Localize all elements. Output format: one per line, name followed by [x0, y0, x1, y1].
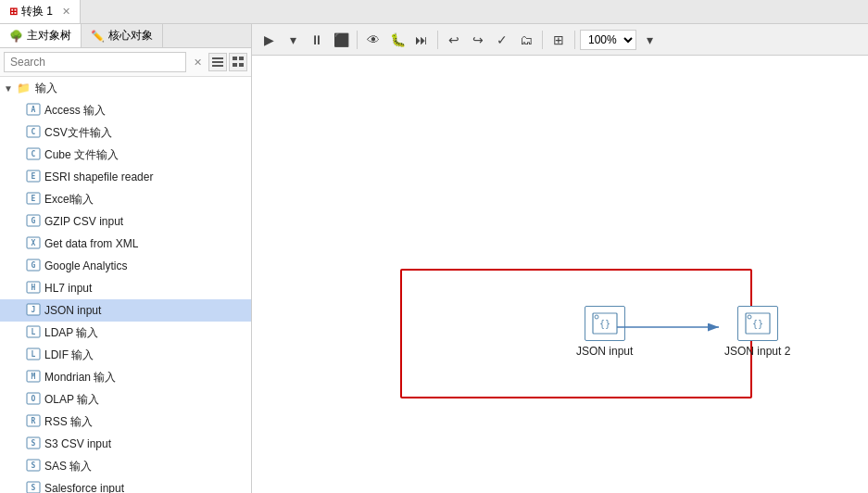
svg-text:C: C	[31, 128, 36, 136]
preview-button[interactable]: 👁	[362, 29, 384, 51]
search-clear-icon[interactable]: ✕	[190, 55, 205, 70]
zoom-select[interactable]: 50% 75% 100% 125% 150% 200%	[580, 30, 636, 50]
panel-tab-main-objects[interactable]: 🌳 主对象树	[0, 24, 82, 47]
main-layout: 🌳 主对象树 ✏️ 核心对象 ✕	[0, 24, 868, 493]
search-input[interactable]	[4, 52, 186, 72]
svg-text:H: H	[31, 284, 36, 292]
list-view-button[interactable]	[208, 53, 227, 71]
run-dropdown-button[interactable]: ▾	[282, 29, 304, 51]
svg-text:E: E	[31, 172, 36, 181]
item-icon: S	[26, 459, 41, 474]
tree-item-label: RSS 输入	[44, 414, 93, 430]
svg-text:{}: {}	[752, 319, 763, 329]
tree-item-s3csv[interactable]: S S3 CSV input	[0, 433, 251, 455]
tree-item-label: ESRI shapefile reader	[44, 171, 153, 183]
svg-text:R: R	[31, 417, 36, 425]
item-icon: S	[26, 481, 41, 493]
transform-icon: ⊞	[9, 6, 18, 18]
tab-close-icon[interactable]: ✕	[62, 6, 70, 18]
svg-rect-5	[233, 63, 237, 67]
check-button[interactable]: ✓	[491, 29, 513, 51]
item-icon: H	[26, 281, 41, 296]
main-objects-icon: 🌳	[9, 30, 23, 43]
expand-arrow-icon: ▼	[4, 83, 13, 94]
svg-text:{}: {}	[599, 319, 610, 329]
tree-list[interactable]: ▼ 📁 输入 A Access 输入 C CSV文件输入 C	[0, 77, 251, 493]
tree-item-sas[interactable]: S SAS 输入	[0, 455, 251, 477]
svg-text:X: X	[31, 239, 36, 247]
node-json-input-2[interactable]: {} JSON input 2	[724, 306, 790, 358]
svg-text:S: S	[31, 461, 36, 470]
tree-item-gzip[interactable]: G GZIP CSV input	[0, 210, 251, 233]
tree-item-jsoninput[interactable]: J JSON input	[0, 299, 251, 322]
svg-text:A: A	[31, 106, 36, 114]
connection-arrow	[617, 318, 728, 336]
item-icon: C	[26, 125, 41, 140]
grid-button[interactable]: ⊞	[547, 29, 570, 51]
item-icon: A	[26, 103, 41, 118]
svg-text:L: L	[31, 328, 36, 336]
svg-rect-0	[212, 57, 223, 59]
debug-button[interactable]: 🐛	[386, 29, 409, 51]
tree-item-cube[interactable]: C Cube 文件输入	[0, 144, 251, 166]
svg-text:S: S	[31, 439, 36, 448]
tree-item-olap[interactable]: O OLAP 输入	[0, 388, 251, 411]
replay-button[interactable]: ↩	[443, 29, 465, 51]
run-button[interactable]: ▶	[258, 29, 280, 51]
node-json-input-icon: {}	[585, 306, 625, 341]
separator-3	[542, 31, 543, 49]
tree-item-ldap[interactable]: L LDAP 输入	[0, 322, 251, 344]
tree-item-label: Excel输入	[44, 192, 94, 208]
svg-text:S: S	[31, 484, 36, 492]
item-icon: M	[26, 370, 41, 385]
node-json-input[interactable]: {} JSON input	[576, 306, 633, 358]
core-objects-icon: ✏️	[91, 30, 105, 43]
tree-item-ganalytics[interactable]: G Google Analytics	[0, 255, 251, 277]
item-icon: R	[26, 414, 41, 429]
panel-tab-core-objects[interactable]: ✏️ 核心对象	[82, 24, 163, 47]
tab-bar: ⊞ 转换 1 ✕	[0, 0, 868, 24]
separator-2	[437, 31, 438, 49]
svg-text:O: O	[31, 395, 36, 403]
canvas-area[interactable]: {} JSON input	[252, 56, 868, 493]
tree-item-salesforce[interactable]: S Salesforce input	[0, 477, 251, 493]
left-panel: 🌳 主对象树 ✏️ 核心对象 ✕	[0, 24, 252, 493]
tree-item-access[interactable]: A Access 输入	[0, 99, 251, 121]
svg-text:L: L	[31, 350, 36, 359]
tab-label: 转换 1	[21, 4, 53, 19]
tree-item-label: LDAP 输入	[44, 325, 98, 341]
step-button[interactable]: ⏭	[410, 29, 433, 51]
item-icon: X	[26, 236, 41, 251]
tree-category-inputs[interactable]: ▼ 📁 输入	[0, 77, 251, 99]
tree-item-label: SAS 输入	[44, 459, 92, 474]
svg-text:G: G	[31, 217, 36, 225]
item-icon: E	[26, 192, 41, 207]
svg-text:M: M	[31, 373, 36, 381]
pause-button[interactable]: ⏸	[306, 29, 328, 51]
zoom-dropdown-button[interactable]: ▾	[638, 29, 660, 51]
tree-item-hl7[interactable]: H HL7 input	[0, 277, 251, 299]
tree-item-getxml[interactable]: X Get data from XML	[0, 233, 251, 255]
export-button[interactable]: 🗂	[515, 29, 537, 51]
separator-1	[357, 31, 358, 49]
tree-view-button[interactable]	[229, 53, 247, 71]
redo-button[interactable]: ↪	[467, 29, 489, 51]
tree-item-csv[interactable]: C CSV文件输入	[0, 121, 251, 144]
stop-button[interactable]: ⬛	[330, 29, 352, 51]
search-bar: ✕	[0, 48, 251, 77]
tree-item-ldif[interactable]: L LDIF 输入	[0, 344, 251, 366]
tree-item-excel[interactable]: E Excel输入	[0, 188, 251, 210]
tree-item-label: Mondrian 输入	[44, 370, 116, 386]
view-buttons	[208, 53, 247, 71]
tab-transform1[interactable]: ⊞ 转换 1 ✕	[0, 0, 81, 23]
svg-text:J: J	[31, 306, 36, 314]
item-icon: J	[26, 303, 41, 318]
tree-item-rss[interactable]: R RSS 输入	[0, 411, 251, 433]
separator-4	[574, 31, 575, 49]
svg-text:E: E	[31, 195, 36, 203]
svg-rect-3	[233, 57, 237, 60]
category-label: 输入	[35, 81, 57, 96]
item-icon: G	[26, 214, 41, 229]
tree-item-mondrian[interactable]: M Mondrian 输入	[0, 366, 251, 388]
tree-item-esri[interactable]: E ESRI shapefile reader	[0, 166, 251, 188]
